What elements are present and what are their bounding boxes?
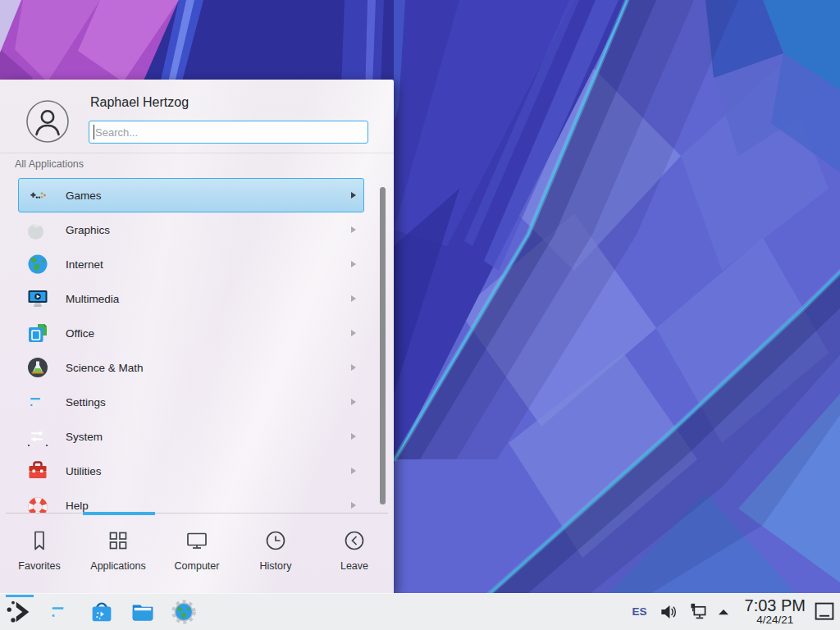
category-settings[interactable]: Settings	[18, 385, 364, 419]
text-caret	[94, 125, 94, 139]
list-scrollbar[interactable]	[380, 187, 386, 504]
search-input[interactable]	[89, 121, 368, 144]
submenu-arrow-icon	[351, 364, 356, 371]
show-desktop-icon[interactable]	[814, 601, 835, 623]
help-icon	[26, 494, 49, 513]
kde-launcher-icon	[6, 598, 34, 626]
submenu-arrow-icon	[351, 468, 356, 474]
settings-icon	[26, 390, 49, 413]
internet-icon	[26, 253, 49, 276]
volume-icon[interactable]	[658, 601, 679, 623]
category-science-math[interactable]: Science & Math	[18, 350, 364, 385]
discover-icon	[88, 598, 116, 626]
category-list: Games Graphics Internet Multimedia Offic	[0, 178, 394, 513]
tab-label: Computer	[175, 560, 220, 572]
science-icon	[26, 356, 49, 379]
multimedia-icon	[26, 287, 49, 310]
keyboard-layout-indicator[interactable]: ES	[632, 605, 647, 618]
games-icon	[26, 184, 49, 207]
leave-icon	[342, 528, 367, 553]
category-label: Graphics	[66, 224, 110, 236]
tab-label: Leave	[340, 560, 368, 572]
submenu-arrow-icon	[351, 261, 356, 267]
category-label: Settings	[66, 396, 106, 409]
office-icon	[26, 322, 49, 345]
taskbar-app-web-browser[interactable]	[168, 596, 199, 628]
header-separator	[0, 153, 394, 153]
history-icon	[263, 528, 288, 553]
desktop: Raphael Hertzog All Applications Games G…	[0, 0, 840, 630]
application-launcher-menu: Raphael Hertzog All Applications Games G…	[0, 80, 394, 593]
category-label: Multimedia	[66, 293, 119, 305]
category-graphics[interactable]: Graphics	[18, 212, 364, 247]
taskbar-app-system-settings[interactable]	[45, 596, 76, 628]
app-launcher-button[interactable]	[4, 596, 35, 628]
category-utilities[interactable]: Utilities	[18, 454, 364, 488]
tab-label: Favorites	[18, 560, 60, 572]
category-label: Internet	[66, 258, 103, 271]
favorites-icon	[27, 528, 52, 553]
submenu-arrow-icon	[351, 399, 356, 405]
category-multimedia[interactable]: Multimedia	[18, 281, 364, 316]
launcher-active-indicator	[6, 595, 34, 597]
system-icon	[26, 425, 49, 448]
tab-applications[interactable]: Applications	[79, 514, 158, 593]
category-system[interactable]: System	[18, 419, 364, 454]
taskbar-app-file-manager[interactable]	[127, 596, 158, 628]
tab-leave[interactable]: Leave	[315, 514, 394, 593]
submenu-arrow-icon	[351, 502, 356, 509]
category-label: Games	[66, 189, 102, 202]
expand-tray-icon[interactable]	[715, 604, 732, 620]
utilities-icon	[26, 459, 49, 482]
category-internet[interactable]: Internet	[18, 247, 364, 281]
system-settings-icon	[47, 598, 75, 626]
category-label: Office	[66, 327, 94, 340]
category-label: System	[66, 431, 103, 443]
tab-label: Applications	[90, 560, 145, 572]
clock-date: 4/24/21	[745, 614, 806, 626]
launcher-header: Raphael Hertzog	[0, 80, 394, 153]
category-label: Science & Math	[66, 362, 144, 374]
digital-clock[interactable]: 7:03 PM 4/24/21	[745, 597, 806, 626]
search-field-wrap	[89, 121, 368, 144]
submenu-arrow-icon	[351, 295, 356, 302]
category-office[interactable]: Office	[18, 316, 364, 350]
user-name: Raphael Hertzog	[90, 95, 189, 110]
section-label: All Applications	[15, 158, 84, 170]
tab-history[interactable]: History	[236, 514, 315, 593]
taskbar-app-discover[interactable]	[86, 596, 117, 628]
category-games[interactable]: Games	[18, 178, 364, 212]
applications-icon	[106, 528, 130, 553]
graphics-icon	[26, 218, 49, 241]
web-browser-icon	[170, 598, 198, 626]
submenu-arrow-icon	[351, 330, 356, 336]
tab-computer[interactable]: Computer	[158, 514, 236, 593]
tab-label: History	[260, 560, 292, 572]
user-avatar[interactable]	[26, 100, 69, 143]
category-help[interactable]: Help	[18, 488, 364, 513]
launcher-tabbar: Favorites Applications Computer History …	[0, 514, 394, 593]
network-icon[interactable]	[687, 600, 710, 623]
category-label: Help	[66, 500, 89, 512]
clock-time: 7:03 PM	[745, 597, 806, 614]
tab-favorites[interactable]: Favorites	[0, 514, 79, 593]
computer-icon	[185, 528, 209, 553]
system-tray: ES 7:03 PM 4/24/21	[632, 597, 840, 626]
taskbar-panel: ES 7:03 PM 4/24/21	[0, 593, 840, 630]
submenu-arrow-icon	[351, 433, 356, 440]
tabbar-separator	[6, 513, 388, 514]
submenu-arrow-icon	[351, 226, 356, 233]
category-label: Utilities	[66, 465, 102, 477]
submenu-arrow-icon	[351, 192, 356, 199]
file-manager-icon	[129, 598, 157, 626]
